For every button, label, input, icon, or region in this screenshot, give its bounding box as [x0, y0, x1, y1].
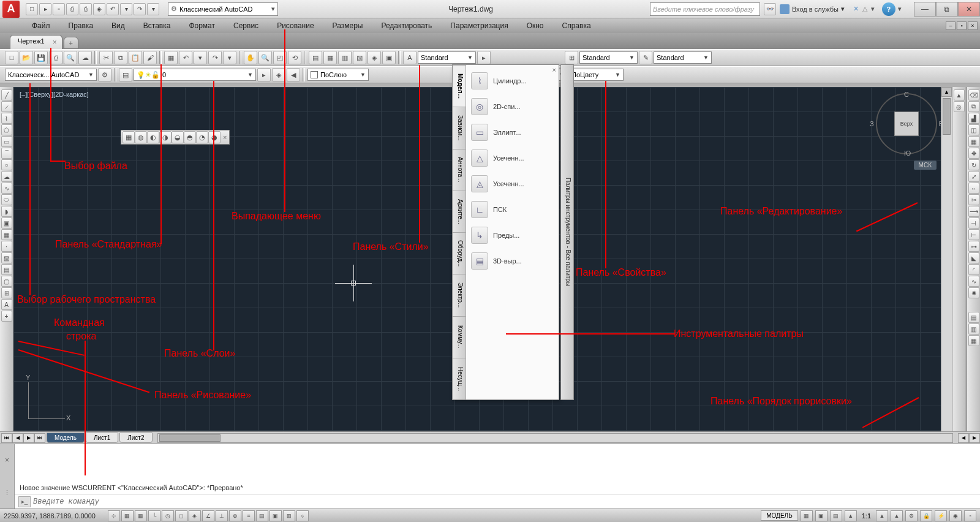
layer-prev-icon[interactable]: ◀	[287, 68, 300, 81]
horizontal-scrollbar[interactable]	[157, 433, 954, 443]
color-combo[interactable]: ПоСлою▼	[307, 69, 369, 81]
scale-icon[interactable]: ⤢	[968, 171, 979, 182]
anno-vis-icon[interactable]: ▲	[876, 510, 888, 521]
mleader-style-combo[interactable]: Standard▼	[654, 51, 712, 64]
vs-concept-icon[interactable]: ◒	[172, 131, 184, 143]
menu-window[interactable]: Окно	[519, 20, 551, 32]
revcloud-icon[interactable]: ☁	[1, 171, 12, 182]
make-block-icon[interactable]: ▦	[1, 229, 12, 240]
zoom-rt-icon[interactable]: 🔍	[258, 51, 272, 64]
insert-icon[interactable]: ▣	[1, 218, 12, 229]
viewcube[interactable]: Верх С Ю З В	[876, 93, 937, 154]
blend-icon[interactable]: ∿	[968, 276, 979, 287]
menu-insert[interactable]: Вставка	[136, 20, 178, 32]
layout-prev-icon[interactable]: ◀	[12, 433, 23, 443]
ellipse-icon[interactable]: ⬭	[1, 194, 12, 205]
palette-tab[interactable]: Архите...	[453, 191, 466, 232]
menu-draw[interactable]: Рисование	[270, 20, 321, 32]
zoom-prev-icon[interactable]: ⟲	[288, 51, 301, 64]
close-button[interactable]: ✕	[958, 2, 980, 17]
ws-switch-icon[interactable]: ⚙	[905, 510, 918, 521]
point-icon[interactable]: ·	[1, 241, 12, 252]
status-grid-icon[interactable]: ▦	[801, 510, 813, 521]
menu-format[interactable]: Формат	[181, 20, 222, 32]
undo-drop-icon[interactable]: ▾	[194, 51, 207, 64]
palette-tab[interactable]: Аннота...	[453, 149, 466, 191]
menu-view[interactable]: Вид	[104, 20, 132, 32]
vertical-scrollbar[interactable]: ▲	[941, 87, 952, 431]
layout-next-icon[interactable]: ▶	[23, 433, 34, 443]
menu-dimension[interactable]: Размеры	[325, 20, 371, 32]
draworder2-icon[interactable]: ▥	[968, 323, 979, 335]
clean-screen-icon[interactable]: ▫	[964, 510, 976, 521]
3dosnap-icon[interactable]: ◈	[189, 510, 201, 521]
new-tab-button[interactable]: +	[64, 37, 78, 49]
palette-tab[interactable]: Зависи...	[453, 107, 466, 148]
qat-save-icon[interactable]: ▫	[53, 3, 65, 15]
isolate-icon[interactable]: ◉	[949, 510, 962, 521]
wcs-badge[interactable]: МСК	[914, 161, 937, 170]
hatch-icon[interactable]: ▨	[1, 252, 12, 263]
layout-first-icon[interactable]: ⏮	[1, 433, 12, 443]
menu-file[interactable]: Файл	[24, 20, 58, 32]
qat-plot-icon[interactable]: ◈	[93, 3, 105, 15]
palette-item[interactable]: ◎2D-спи...	[469, 96, 556, 118]
qat-print-icon[interactable]: ⎙	[80, 3, 92, 15]
scroll-left-icon[interactable]: ◀	[958, 433, 969, 443]
search-binoculars-icon[interactable]: 👓	[764, 3, 776, 15]
arc-icon[interactable]: ⌒	[1, 148, 12, 159]
pline-icon[interactable]: ⌇	[1, 113, 12, 124]
extend-icon[interactable]: ⟶	[968, 206, 979, 217]
polar-icon[interactable]: ◷	[162, 510, 174, 521]
vs-2d-icon[interactable]: ▦	[123, 131, 135, 143]
app-icon[interactable]: A	[2, 1, 20, 18]
vs-shade-icon[interactable]: ◓	[184, 131, 196, 143]
sc-icon[interactable]: ⊞	[283, 510, 295, 521]
layout-tab-sheet1[interactable]: Лист1	[86, 433, 118, 443]
pan-icon[interactable]: ✋	[244, 51, 257, 64]
exchange-x-icon[interactable]: ✕	[853, 5, 859, 13]
cmdline-input[interactable]	[33, 497, 976, 506]
palette-item[interactable]: ▤3D-выр...	[469, 250, 556, 272]
scroll-right-icon[interactable]: ▶	[969, 433, 980, 443]
save-icon[interactable]: 💾	[34, 51, 48, 64]
dyn-icon[interactable]: ⊕	[229, 510, 241, 521]
dcenter-icon[interactable]: ▦	[323, 51, 337, 64]
fillet-icon[interactable]: ◜	[968, 264, 979, 275]
hw-accel-icon[interactable]: ⚡	[935, 510, 947, 521]
copy-obj-icon[interactable]: ⧉	[968, 101, 979, 112]
dim-style-icon[interactable]: ▸	[477, 51, 491, 64]
workspace-settings-icon[interactable]: ⚙	[98, 68, 111, 81]
table-style-combo[interactable]: Standard▼	[579, 51, 638, 64]
coordinates[interactable]: 2259.9397, 1888.7189, 0.0000	[4, 512, 96, 520]
mdi-close[interactable]: ×	[968, 21, 978, 30]
close-icon[interactable]: ×	[222, 134, 228, 141]
palette-item[interactable]: ▭Эллипт...	[469, 121, 556, 143]
qat-open-icon[interactable]: ▸	[39, 3, 51, 15]
palette-tab[interactable]: Несущ...	[453, 358, 466, 399]
status-qv-icon[interactable]: ▣	[815, 510, 827, 521]
offset-icon[interactable]: ◫	[968, 124, 979, 135]
new-icon[interactable]: □	[5, 51, 18, 64]
join-icon[interactable]: ⊶	[968, 241, 979, 252]
explode-icon[interactable]: ✸	[968, 287, 979, 298]
mdi-minimize[interactable]: –	[946, 21, 956, 30]
qp-icon[interactable]: ▣	[270, 510, 282, 521]
anno-auto-icon[interactable]: ▲	[891, 510, 903, 521]
publish-icon[interactable]: ☁	[78, 51, 92, 64]
line-icon[interactable]: ╱	[1, 89, 12, 100]
palette-title-bar[interactable]: Палитры инструментов - Все палитры	[560, 64, 574, 400]
tb-lock-icon[interactable]: 🔒	[920, 510, 932, 521]
close-icon[interactable]: ×	[5, 456, 9, 464]
menu-modify[interactable]: Редактировать	[374, 20, 439, 32]
table-style-icon[interactable]: ⊞	[565, 51, 578, 64]
file-tab[interactable]: Чертеж1 ×	[10, 35, 62, 49]
search-input[interactable]: Введите ключевое слово/фразу	[650, 2, 760, 16]
layer-iso-icon[interactable]: ◈	[272, 68, 285, 81]
rectangle-icon[interactable]: ▭	[1, 136, 12, 147]
redo-drop-icon[interactable]: ▾	[223, 51, 236, 64]
layout-tab-sheet2[interactable]: Лист2	[119, 433, 152, 443]
match-icon[interactable]: 🖌	[143, 51, 157, 64]
vs-sketch-icon[interactable]: ◔	[196, 131, 208, 143]
help-icon[interactable]: ?	[882, 2, 895, 16]
